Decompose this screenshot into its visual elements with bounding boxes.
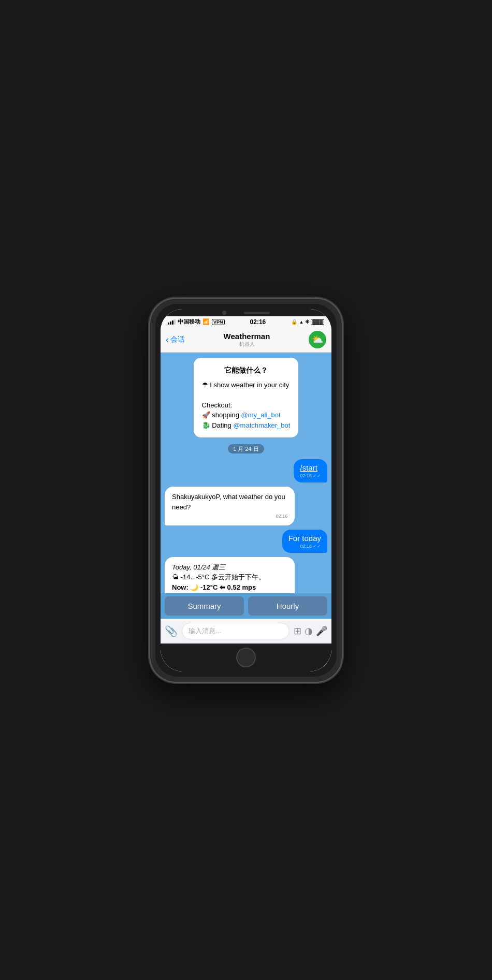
welcome-line1: ☂ I show weather in your city (202, 380, 291, 390)
notch (161, 309, 331, 316)
location-icon: ▲ (299, 319, 303, 325)
back-label: 会话 (170, 335, 185, 344)
back-button[interactable]: ‹ 会话 (166, 334, 185, 345)
screen: 中国移动 📶 VPN 02:16 🔒 ▲ ✳ ▓▓▓ ‹ 会话 (161, 309, 331, 671)
user-msg2-text: For today (288, 534, 321, 543)
summary-button[interactable]: Summary (165, 596, 244, 616)
nav-bar: ‹ 会话 Weatherman 机器人 ⛅ (161, 328, 331, 353)
nav-title-area: Weatherman 机器人 (185, 332, 309, 348)
vpn-badge: VPN (212, 319, 225, 325)
chat-area[interactable]: 它能做什么？ ☂ I show weather in your city Che… (161, 353, 331, 593)
bot-msg2-line1: Today, 01/24 週三 (172, 562, 287, 573)
user-msg1-text: /start (300, 463, 321, 472)
nav-subtitle: 机器人 (185, 341, 309, 348)
user-msg1-time: 02:16 ✓✓ (300, 473, 321, 478)
bot-msg1-text: ShakuyakukyoP, what weather do you need? (172, 492, 287, 512)
input-bar: 📎 输入消息... ⊞ ◑ 🎤 (161, 619, 331, 643)
input-placeholder: 输入消息... (189, 626, 221, 636)
phone-inner: 中国移动 📶 VPN 02:16 🔒 ▲ ✳ ▓▓▓ ‹ 会话 (155, 304, 337, 677)
user-message-1: /start 02:16 ✓✓ (165, 459, 327, 482)
status-right: 🔒 ▲ ✳ ▓▓▓ (291, 319, 324, 325)
welcome-checkout: Checkout: (202, 400, 291, 411)
bot-avatar-icon: ⛅ (312, 334, 323, 345)
emoji-icon[interactable]: ◑ (305, 625, 313, 637)
chevron-left-icon: ‹ (166, 334, 169, 345)
hourly-button[interactable]: Hourly (248, 596, 327, 616)
battery-icon: ▓▓▓ (311, 319, 324, 325)
welcome-link2-pre: 🐉 Dating (202, 421, 234, 429)
bot-message-2-wrap: Today, 01/24 週三 🌤 -14...-5°C 多云开始于下午。 No… (165, 557, 327, 593)
user-msg2-time: 02:16 ✓✓ (288, 544, 321, 549)
lock-icon: 🔒 (291, 319, 297, 325)
bot-message-1-wrap: ShakuyakukyoP, what weather do you need?… (165, 487, 327, 525)
mic-icon[interactable]: 🎤 (316, 625, 327, 637)
message-input[interactable]: 输入消息... (182, 623, 290, 639)
earpiece-speaker (244, 312, 270, 314)
home-button[interactable] (236, 648, 256, 667)
phone-device: 中国移动 📶 VPN 02:16 🔒 ▲ ✳ ▓▓▓ ‹ 会话 (150, 299, 342, 682)
front-camera (222, 311, 226, 315)
bot-msg2-line2: 🌤 -14...-5°C 多云开始于下午。 (172, 572, 287, 582)
my-ali-bot-link[interactable]: @my_ali_bot (241, 411, 281, 419)
status-bar: 中国移动 📶 VPN 02:16 🔒 ▲ ✳ ▓▓▓ (161, 316, 331, 328)
welcome-link2-row: 🐉 Dating @matchmaker_bot (202, 420, 291, 431)
attach-icon[interactable]: 📎 (165, 625, 178, 637)
carrier-label: 中国移动 (178, 318, 200, 326)
sticker-icon[interactable]: ⊞ (294, 625, 301, 637)
nav-title: Weatherman (185, 332, 309, 341)
bot-msg1-time: 02:16 (172, 513, 287, 520)
checkmarks-2-icon: ✓✓ (313, 544, 321, 549)
status-time: 02:16 (250, 318, 266, 326)
bot-bubble-2: Today, 01/24 週三 🌤 -14...-5°C 多云开始于下午。 No… (165, 557, 295, 593)
date-separator: 1 月 24 日 (165, 444, 327, 453)
status-left: 中国移动 📶 VPN (168, 318, 225, 326)
welcome-link1-row: 🚀 shopping @my_ali_bot (202, 410, 291, 420)
date-separator-text: 1 月 24 日 (228, 444, 264, 454)
user-message-2: For today 02:16 ✓✓ (165, 530, 327, 553)
wifi-icon: 📶 (202, 318, 210, 325)
signal-bars-icon (168, 319, 176, 325)
bot-avatar[interactable]: ⛅ (309, 331, 326, 348)
welcome-link1-pre: 🚀 shopping (202, 411, 241, 419)
matchmaker-bot-link[interactable]: @matchmaker_bot (233, 421, 290, 429)
bot-msg2-line3: Now: 🌙 -12°C ⬅ 0.52 mps (172, 582, 287, 593)
bluetooth-icon: ✳ (305, 319, 309, 325)
home-button-area (161, 643, 331, 671)
checkmarks-icon: ✓✓ (313, 473, 321, 478)
quick-replies-bar: Summary Hourly (161, 593, 331, 619)
welcome-title: 它能做什么？ (202, 365, 291, 376)
welcome-bubble: 它能做什么？ ☂ I show weather in your city Che… (194, 358, 299, 438)
bot-bubble-1: ShakuyakukyoP, what weather do you need?… (165, 487, 295, 525)
user-bubble-1: /start 02:16 ✓✓ (294, 459, 327, 482)
input-icons: ⊞ ◑ 🎤 (294, 625, 327, 637)
user-bubble-2: For today 02:16 ✓✓ (282, 530, 327, 553)
